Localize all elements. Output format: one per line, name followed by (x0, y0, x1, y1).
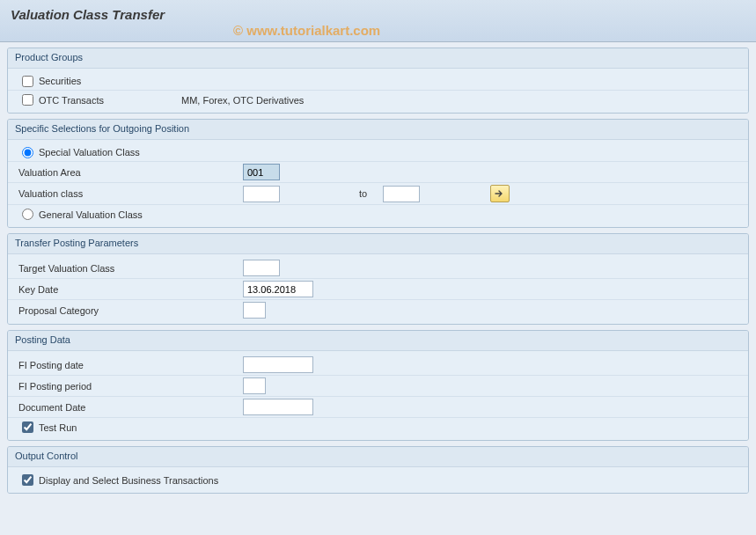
label-display-select: Display and Select Business Transactions (39, 475, 218, 486)
page-title: Valuation Class Transfer (11, 7, 745, 22)
group-body-product: Securities OTC Transacts MM, Forex, OTC … (8, 68, 748, 113)
label-otc-desc: MM, Forex, OTC Derivatives (164, 95, 304, 106)
row-proposal-category: Proposal Category (8, 300, 748, 320)
row-key-date: Key Date (8, 279, 748, 300)
group-body-selections: Special Valuation Class Valuation Area V… (8, 139, 748, 227)
label-test-run: Test Run (39, 422, 77, 433)
label-document-date: Document Date (18, 402, 243, 413)
group-posting: Posting Data FI Posting date FI Posting … (7, 330, 749, 441)
group-title-posting: Posting Data (8, 331, 748, 350)
group-body-output: Display and Select Business Transactions (8, 466, 748, 493)
label-proposal-category: Proposal Category (18, 305, 243, 316)
label-special-valuation: Special Valuation Class (39, 147, 140, 158)
row-valuation-area: Valuation Area (8, 162, 748, 183)
label-to: to (359, 188, 367, 199)
arrow-right-icon (495, 189, 505, 198)
content: Product Groups Securities OTC Transacts … (0, 42, 756, 504)
group-title-selections: Specific Selections for Outgoing Positio… (8, 120, 748, 139)
group-transfer: Transfer Posting Parameters Target Valua… (7, 233, 749, 325)
row-securities: Securities (8, 72, 748, 91)
group-product: Product Groups Securities OTC Transacts … (7, 48, 749, 114)
label-fi-posting-period: FI Posting period (18, 381, 243, 392)
row-special-valuation: Special Valuation Class (8, 143, 748, 162)
label-key-date: Key Date (18, 284, 243, 295)
input-valuation-class-from[interactable] (243, 186, 280, 202)
input-document-date[interactable] (243, 399, 313, 415)
watermark: © www.tutorialkart.com (233, 23, 380, 38)
group-selections: Specific Selections for Outgoing Positio… (7, 119, 749, 228)
checkbox-securities[interactable] (22, 76, 33, 87)
group-title-output: Output Control (8, 447, 748, 466)
radio-general-valuation[interactable] (22, 209, 33, 220)
row-document-date: Document Date (8, 397, 748, 418)
row-fi-posting-date: FI Posting date (8, 355, 748, 376)
label-valuation-class: Valuation class (18, 188, 243, 199)
label-valuation-area: Valuation Area (18, 167, 243, 178)
label-target-valuation: Target Valuation Class (18, 263, 243, 274)
checkbox-test-run[interactable] (22, 421, 33, 433)
row-display-select: Display and Select Business Transactions (8, 471, 748, 489)
input-proposal-category[interactable] (243, 302, 266, 319)
row-target-valuation: Target Valuation Class (8, 258, 748, 279)
input-valuation-area[interactable] (243, 164, 280, 180)
row-test-run: Test Run (8, 418, 748, 436)
label-general-valuation: General Valuation Class (39, 209, 143, 220)
group-body-posting: FI Posting date FI Posting period Docume… (8, 350, 748, 440)
group-output: Output Control Display and Select Busine… (7, 446, 749, 494)
row-general-valuation: General Valuation Class (8, 205, 748, 224)
input-key-date[interactable] (243, 281, 313, 297)
label-fi-posting-date: FI Posting date (18, 360, 243, 370)
group-title-transfer: Transfer Posting Parameters (8, 234, 748, 253)
row-otc: OTC Transacts MM, Forex, OTC Derivatives (8, 91, 748, 109)
checkbox-otc[interactable] (22, 94, 33, 106)
group-title-product: Product Groups (8, 48, 748, 68)
row-valuation-class: Valuation class to (8, 183, 748, 205)
group-body-transfer: Target Valuation Class Key Date Proposal… (8, 253, 748, 324)
row-fi-posting-period: FI Posting period (8, 376, 748, 397)
input-valuation-class-to[interactable] (383, 186, 420, 202)
label-otc: OTC Transacts (39, 95, 104, 106)
header: Valuation Class Transfer © www.tutorialk… (0, 0, 756, 42)
checkbox-display-select[interactable] (22, 474, 33, 486)
multiple-selection-button[interactable] (490, 185, 510, 202)
input-fi-posting-period[interactable] (243, 377, 266, 394)
radio-special-valuation[interactable] (22, 147, 33, 158)
input-target-valuation[interactable] (243, 260, 280, 276)
label-securities: Securities (39, 76, 81, 86)
input-fi-posting-date[interactable] (243, 356, 313, 373)
